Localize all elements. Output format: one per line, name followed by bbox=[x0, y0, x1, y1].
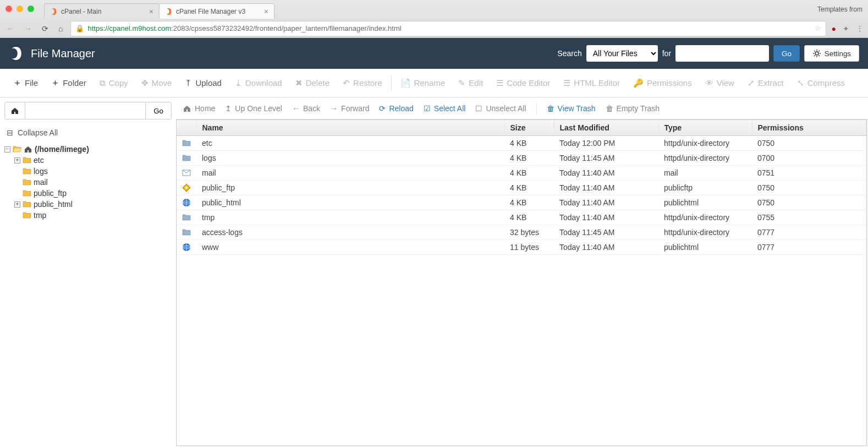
tree-node-label: logs bbox=[34, 167, 48, 176]
cell-perms: 0750 bbox=[752, 136, 866, 151]
tree-node-label: public_html bbox=[34, 200, 73, 209]
code-editor-button[interactable]: ☰Code Editor bbox=[490, 75, 557, 91]
tree-node[interactable]: public_ftp bbox=[14, 188, 172, 199]
table-row[interactable]: public_ftp4 KBToday 11:40 AMpublicftp075… bbox=[177, 181, 866, 195]
pinterest-icon[interactable]: ● bbox=[832, 24, 836, 33]
bookmark-star-icon[interactable]: ☆ bbox=[815, 24, 821, 32]
table-row[interactable]: etc4 KBToday 12:00 PMhttpd/unix-director… bbox=[177, 136, 866, 151]
tree-node-label: tmp bbox=[34, 211, 46, 220]
table-row[interactable]: public_html4 KBToday 11:40 AMpublichtml0… bbox=[177, 195, 866, 210]
permissions-button[interactable]: 🔑Permissions bbox=[627, 75, 699, 91]
close-icon[interactable]: × bbox=[264, 7, 268, 16]
collapse-all-button[interactable]: ⊟ Collapse All bbox=[4, 125, 172, 144]
extension-icon[interactable]: ✦ bbox=[843, 24, 849, 33]
compress-button[interactable]: ⤡Compress bbox=[790, 75, 851, 91]
folder-icon bbox=[23, 200, 31, 209]
back-icon[interactable]: ← bbox=[4, 22, 17, 35]
cell-name: tmp bbox=[196, 210, 504, 225]
cell-perms: 0751 bbox=[752, 166, 866, 181]
nav-up-button[interactable]: ↥Up One Level bbox=[225, 104, 282, 113]
cell-modified: Today 12:00 PM bbox=[554, 136, 658, 151]
search-go-button[interactable]: Go bbox=[773, 45, 800, 62]
folder-button[interactable]: ＋Folder bbox=[45, 74, 93, 91]
forward-icon[interactable]: → bbox=[22, 22, 34, 35]
cell-size: 4 KB bbox=[504, 181, 554, 195]
close-icon[interactable]: × bbox=[149, 7, 153, 16]
tree-node[interactable]: tmp bbox=[14, 210, 172, 221]
browser-tab[interactable]: cPanel - Main × bbox=[44, 3, 160, 19]
path-input[interactable] bbox=[25, 102, 145, 119]
restore-button[interactable]: ↶Restore bbox=[336, 75, 389, 91]
nav-back-button[interactable]: ←Back bbox=[292, 104, 320, 113]
folder-icon bbox=[182, 139, 191, 148]
url-path: :2083/cpsess5873232492/frontend/paper_la… bbox=[171, 24, 401, 32]
search-input[interactable] bbox=[675, 45, 769, 62]
download-button[interactable]: ⤓Download bbox=[228, 75, 289, 91]
tree-node[interactable]: +public_html bbox=[14, 199, 172, 210]
move-button[interactable]: ✥Move bbox=[135, 75, 179, 91]
extract-button[interactable]: ⤢Extract bbox=[741, 75, 790, 91]
col-permissions[interactable]: Permissions bbox=[752, 120, 866, 136]
globe-icon bbox=[182, 198, 191, 207]
folder-icon bbox=[23, 211, 31, 220]
nav-home-button[interactable]: Home bbox=[183, 104, 215, 113]
view-button[interactable]: 👁View bbox=[699, 75, 741, 91]
cell-modified: Today 11:40 AM bbox=[554, 166, 658, 181]
expand-toggle-icon[interactable]: + bbox=[14, 201, 20, 208]
cell-size: 4 KB bbox=[504, 136, 554, 151]
html-editor-button[interactable]: ☰HTML Editor bbox=[557, 75, 627, 91]
cell-perms: 0700 bbox=[752, 151, 866, 166]
edit-button[interactable]: ✎Edit bbox=[452, 75, 490, 91]
reload-icon[interactable]: ⟳ bbox=[40, 22, 51, 35]
app-title: File Manager bbox=[31, 47, 95, 60]
cell-name: access-logs bbox=[196, 225, 504, 240]
settings-button[interactable]: Settings bbox=[804, 45, 859, 62]
table-row[interactable]: mail4 KBToday 11:40 AMmail0751 bbox=[177, 166, 866, 181]
nav-reload-button[interactable]: ⟳Reload bbox=[379, 104, 413, 113]
search-scope-select[interactable]: All Your Files bbox=[586, 45, 658, 62]
tree-node[interactable]: logs bbox=[14, 166, 172, 177]
cell-perms: 0777 bbox=[752, 225, 866, 240]
menu-icon[interactable]: ⋮ bbox=[856, 24, 864, 33]
nav-forward-button[interactable]: →Forward bbox=[330, 104, 369, 113]
select-all-button[interactable]: ☑Select All bbox=[424, 104, 466, 113]
cell-type: httpd/unix-directory bbox=[658, 151, 752, 166]
home-icon bbox=[24, 145, 32, 154]
col-type[interactable]: Type bbox=[658, 120, 752, 136]
unselect-all-button[interactable]: ☐Unselect All bbox=[475, 104, 526, 113]
templates-from-label: Templates from bbox=[817, 6, 862, 13]
path-go-button[interactable]: Go bbox=[145, 102, 172, 119]
folder-icon bbox=[23, 178, 31, 187]
rename-button[interactable]: 📄Rename bbox=[394, 75, 452, 91]
delete-button[interactable]: ✖Delete bbox=[289, 75, 336, 91]
expand-toggle-icon[interactable]: + bbox=[14, 157, 20, 163]
collapse-toggle-icon[interactable]: − bbox=[4, 146, 10, 152]
table-row[interactable]: www11 bytesToday 11:40 AMpublichtml0777 bbox=[177, 240, 866, 255]
col-modified[interactable]: Last Modified bbox=[554, 120, 658, 136]
file-button[interactable]: ＋File bbox=[7, 74, 45, 91]
address-bar[interactable]: 🔒 https://cpanel.m9host.com:2083/cpsess5… bbox=[70, 21, 826, 36]
browser-tab-active[interactable]: cPanel File Manager v3 × bbox=[159, 3, 274, 19]
col-name[interactable]: Name bbox=[196, 120, 504, 136]
cell-modified: Today 11:45 AM bbox=[554, 225, 658, 240]
cell-perms: 0750 bbox=[752, 195, 866, 210]
view-trash-button[interactable]: 🗑View Trash bbox=[547, 104, 596, 113]
browser-home-icon[interactable]: ⌂ bbox=[56, 22, 65, 35]
sidebar-home-button[interactable] bbox=[4, 102, 25, 119]
window-controls[interactable] bbox=[6, 6, 34, 12]
empty-trash-button[interactable]: 🗑Empty Trash bbox=[606, 104, 660, 113]
cell-perms: 0755 bbox=[752, 210, 866, 225]
main-toolbar: ＋File ＋Folder ⧉Copy ✥Move ⤒Upload ⤓Downl… bbox=[0, 69, 868, 97]
table-row[interactable]: tmp4 KBToday 11:40 AMhttpd/unix-director… bbox=[177, 210, 866, 225]
tree-node-label: public_ftp bbox=[34, 189, 67, 198]
table-row[interactable]: logs4 KBToday 11:45 AMhttpd/unix-directo… bbox=[177, 151, 866, 166]
col-size[interactable]: Size bbox=[504, 120, 554, 136]
tree-node[interactable]: +etc bbox=[14, 155, 172, 166]
tree-node[interactable]: mail bbox=[14, 177, 172, 188]
upload-button[interactable]: ⤒Upload bbox=[178, 75, 228, 91]
tree-node-label: mail bbox=[34, 178, 48, 187]
copy-button[interactable]: ⧉Copy bbox=[93, 75, 135, 91]
cell-type: httpd/unix-directory bbox=[658, 136, 752, 151]
tree-root[interactable]: − (/home/limege) bbox=[4, 144, 172, 155]
table-row[interactable]: access-logs32 bytesToday 11:45 AMhttpd/u… bbox=[177, 225, 866, 240]
